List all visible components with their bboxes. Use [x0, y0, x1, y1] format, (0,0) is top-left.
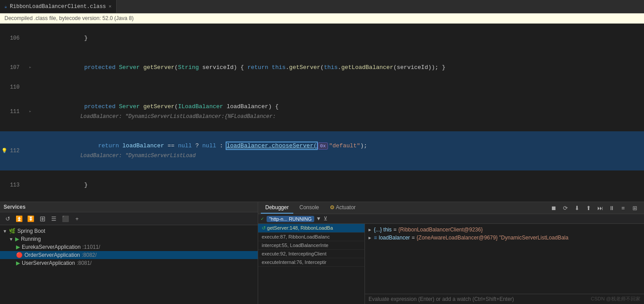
tab-close-button[interactable]: ×	[109, 4, 112, 9]
frame-2-content: intercept:55, LoadBalancerInte	[262, 243, 328, 248]
var-lb-icon: ≡	[374, 235, 377, 241]
eureka-port: :11011/	[82, 244, 100, 250]
bottom-panel: Services ↺ ⏫ ⏬ ⊞ ☰ ⬛ + ▼ 🌿 Spring Boot ▼…	[0, 202, 644, 304]
debug-step-in-button[interactable]: ⬆	[583, 203, 593, 213]
frame-item-0[interactable]: ↺ getServer:148, RibbonLoadBa	[258, 224, 365, 233]
gutter-110: 110	[0, 82, 34, 92]
inline-debug-value: 0x	[318, 142, 328, 150]
java-icon: ☕	[4, 4, 7, 9]
thread-check: ✓	[261, 216, 264, 222]
debug-stop-button[interactable]: ⏹	[549, 203, 559, 213]
actuator-icon: ⚙	[330, 204, 335, 211]
var-lb-arrow[interactable]: ▸	[369, 235, 371, 241]
watermark-text: CSDN @栈老师不回家	[591, 296, 640, 301]
toolbar-down-button[interactable]: ⏬	[26, 214, 36, 223]
thread-label[interactable]: "http-n... RUNNING	[267, 216, 315, 222]
services-toolbar: ↺ ⏫ ⏬ ⊞ ☰ ⬛ +	[0, 212, 258, 225]
frame-item-4[interactable]: executeInternal:76, Interceptir	[258, 258, 365, 267]
line-content-110	[34, 82, 644, 92]
info-text: Decompiled .class file, bytecode version…	[4, 15, 134, 21]
tree-arrow-running: ▼	[9, 237, 13, 242]
var-this-name: {...} this	[374, 227, 392, 233]
tree-item-order[interactable]: 🔴 OrderServerApplication :8082/	[0, 251, 258, 259]
services-panel-header: Services	[0, 202, 258, 212]
debug-restore-button[interactable]: ⊞	[630, 203, 640, 213]
tab-label: RibbonLoadBalancerClient.class	[10, 4, 106, 10]
file-tab[interactable]: ☕ RibbonLoadBalancerClient.class ×	[0, 0, 117, 13]
thread-row: ✓ "http-n... RUNNING ▼ ⊻	[258, 214, 644, 224]
watermark: CSDN @栈老师不回家	[591, 296, 640, 302]
toolbar-add-button[interactable]: +	[72, 214, 82, 223]
running-label: Running	[21, 236, 41, 242]
gutter-111: 111 ▸	[0, 92, 34, 131]
toolbar-expand-button[interactable]: ⬛	[61, 214, 70, 223]
eval-placeholder: Evaluate expression (Enter) or add a wat…	[369, 296, 514, 302]
frame-4-content: executeInternal:76, Interceptir	[262, 259, 327, 265]
frame-item-1[interactable]: execute:87, RibbonLoadBalanc	[258, 233, 365, 241]
tab-console[interactable]: Console	[295, 202, 324, 214]
tree-item-eureka[interactable]: ▶ EurekaServerApplication :11011/	[0, 243, 258, 251]
code-line-107: 107 ▸ protected Server getServer(String …	[0, 53, 644, 82]
tree-item-user[interactable]: ▶ UserServerApplication :8081/	[0, 259, 258, 267]
thread-filter-icon[interactable]: ▼	[317, 216, 320, 222]
order-port: :8082/	[82, 252, 97, 258]
debug-step-over-button[interactable]: ⬇	[572, 203, 582, 213]
toolbar-filter-button[interactable]: ☰	[49, 214, 59, 223]
var-this-value: {RibbonLoadBalancerClient@9236}	[398, 227, 483, 233]
var-lb-name: loadBalancer	[379, 235, 410, 241]
gutter-107: 107 ▸	[0, 53, 34, 82]
toolbar-restart-button[interactable]: ↺	[3, 214, 12, 223]
tree-item-springboot[interactable]: ▼ 🌿 Spring Boot	[0, 227, 258, 235]
frame-item-3[interactable]: execute:92, InterceptingClient	[258, 250, 365, 258]
springboot-icon: 🌿	[9, 228, 16, 234]
code-line-111: 111 ▸ protected Server getServer(ILoadBa…	[0, 92, 644, 131]
debug-toolbar: ⏹ ⟳ ⬇ ⬆ ⏭ ⏸ ≡ ⊞	[547, 203, 641, 213]
frames-variables-split: ↺ getServer:148, RibbonLoadBa execute:87…	[258, 224, 644, 304]
line-content-113: }	[34, 170, 644, 200]
toolbar-grid-button[interactable]: ⊞	[37, 214, 47, 223]
code-line-112: 💡 112 return loadBalancer == null ? null…	[0, 131, 644, 170]
code-line-106: 106 }	[0, 24, 644, 53]
gutter-113: 113	[0, 170, 34, 200]
frame-0-resume-icon: ↺	[262, 225, 266, 231]
frame-1-content: execute:87, RibbonLoadBalanc	[262, 234, 330, 239]
var-lb-value: {ZoneAwareLoadBalancer@9679} "DynamicSer…	[417, 235, 568, 241]
services-tree: ▼ 🌿 Spring Boot ▼ ▶ Running ▶ EurekaServ…	[0, 225, 258, 304]
actuator-tab-label: Actuator	[336, 204, 356, 211]
code-container[interactable]: 106 } 107 ▸ protected Server getServer(S…	[0, 24, 644, 202]
tab-bar: ☕ RibbonLoadBalancerClient.class ×	[0, 0, 644, 13]
debugger-tabs: Debugger Console ⚙ Actuator ⏹ ⟳ ⬇ ⬆ ⏭ ⏸ …	[258, 202, 644, 214]
thread-dropdown-icon[interactable]: ⊻	[324, 215, 328, 222]
frames-list: ↺ getServer:148, RibbonLoadBa execute:87…	[258, 224, 365, 304]
tab-debugger[interactable]: Debugger	[261, 202, 293, 214]
debug-settings-button[interactable]: ≡	[618, 203, 628, 213]
var-this-equals: =	[393, 227, 397, 233]
eureka-label: EurekaServerApplication	[22, 244, 81, 250]
debugger-tab-label: Debugger	[265, 204, 289, 211]
editor-area: 106 } 107 ▸ protected Server getServer(S…	[0, 24, 644, 202]
tree-item-running[interactable]: ▼ ▶ Running	[0, 235, 258, 243]
info-bar: Decompiled .class file, bytecode version…	[0, 13, 644, 24]
line-num-110: 110	[9, 82, 27, 92]
var-this-arrow[interactable]: ▸	[369, 227, 371, 233]
toolbar-up-button[interactable]: ⏫	[14, 214, 24, 223]
line-content-106: }	[34, 24, 644, 53]
debug-pause-button[interactable]: ⏸	[607, 203, 616, 213]
var-item-this[interactable]: ▸ {...} this = {RibbonLoadBalancerClient…	[365, 226, 644, 234]
frame-0-method: getServer:148, RibbonLoadBa	[267, 225, 333, 231]
fold-107[interactable]: ▸	[27, 63, 34, 73]
var-item-loadbalancer[interactable]: ▸ ≡ loadBalancer = {ZoneAwareLoadBalance…	[365, 234, 644, 242]
tree-arrow-springboot: ▼	[3, 229, 7, 234]
frame-item-2[interactable]: intercept:55, LoadBalancerInte	[258, 241, 365, 250]
tab-actuator[interactable]: ⚙ Actuator	[325, 202, 360, 214]
frame-3-content: execute:92, InterceptingClient	[262, 251, 327, 256]
console-tab-label: Console	[300, 204, 319, 211]
debug-resume-button[interactable]: ⟳	[560, 203, 570, 213]
bulb-icon-112[interactable]: 💡	[0, 146, 9, 156]
fold-111[interactable]: ▸	[27, 107, 34, 117]
variables-area: ▸ {...} this = {RibbonLoadBalancerClient…	[365, 224, 644, 294]
code-lines: 106 } 107 ▸ protected Server getServer(S…	[0, 24, 644, 202]
services-panel: Services ↺ ⏫ ⏬ ⊞ ☰ ⬛ + ▼ 🌿 Spring Boot ▼…	[0, 202, 258, 304]
debug-step-out-button[interactable]: ⏭	[595, 203, 605, 213]
line-num-107: 107	[9, 63, 27, 73]
